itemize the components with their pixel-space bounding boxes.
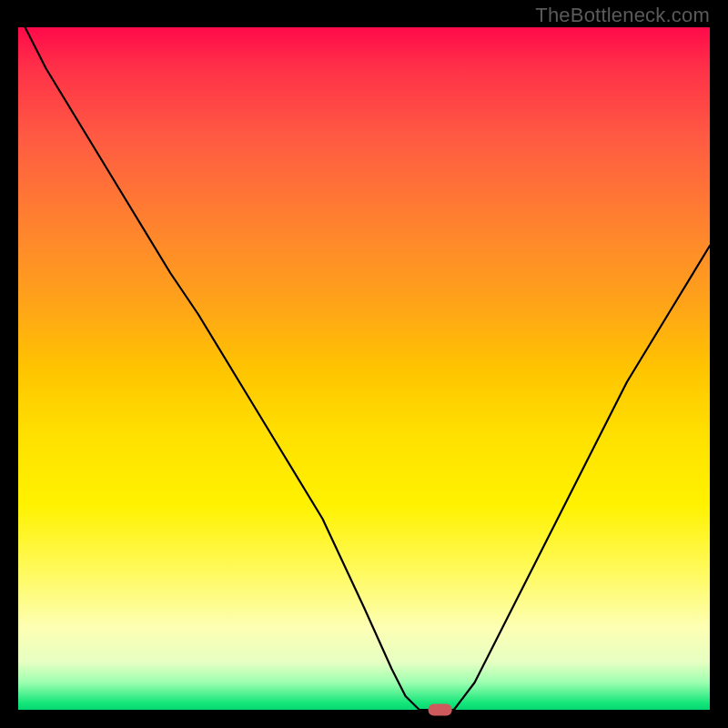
chart-svg <box>18 27 710 710</box>
chart-frame: TheBottleneck.com <box>0 0 728 728</box>
watermark-text: TheBottleneck.com <box>535 4 710 27</box>
bottleneck-curve <box>25 27 710 710</box>
plot-area <box>18 27 710 710</box>
optimum-marker <box>429 704 452 716</box>
